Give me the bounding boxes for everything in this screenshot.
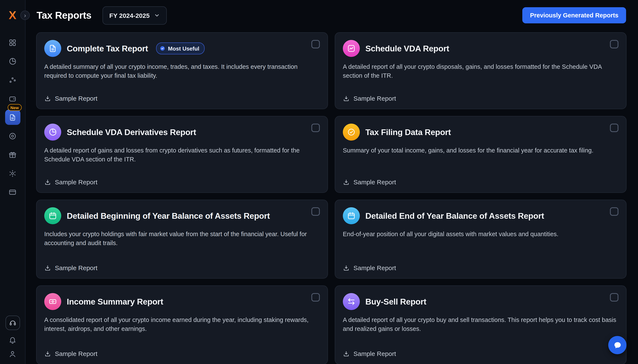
report-card: Tax Filing Data Report Summary of your t… [335, 116, 626, 193]
calendar-icon [49, 212, 57, 220]
swap-icon [347, 297, 356, 306]
pie-icon [44, 124, 61, 140]
report-card-title: Detailed End of Year Balance of Assets R… [365, 211, 544, 221]
report-card: Schedule VDA Derivatives Report A detail… [36, 116, 328, 193]
download-icon [44, 350, 51, 357]
sidebar-item-dashboard-grid[interactable] [5, 35, 20, 50]
wallet-icon [9, 94, 17, 102]
report-card: Complete Tax Report Most Useful A detail… [36, 32, 328, 109]
sidebar-item-billing-card[interactable] [5, 184, 20, 200]
sample-report-link[interactable]: Sample Report [44, 95, 97, 102]
sidebar-nav: New [5, 35, 20, 200]
download-icon [343, 350, 350, 357]
report-card-description: A detailed report of gains and losses fr… [44, 146, 320, 164]
chart-icon [347, 44, 356, 53]
billing-card-icon [9, 188, 17, 196]
stage: X › New Tax Reports FY 2024-2025 Previou… [0, 0, 638, 364]
bell-icon [9, 336, 17, 344]
sidebar-item-scatter[interactable] [5, 72, 20, 88]
report-checkbox[interactable] [610, 40, 618, 48]
support-headset-icon [9, 319, 16, 326]
topbar: Tax Reports FY 2024-2025 Previously Gene… [26, 0, 638, 30]
sample-report-link[interactable]: Sample Report [44, 178, 97, 186]
report-checkbox[interactable] [610, 207, 618, 216]
chat-button[interactable] [608, 336, 626, 354]
most-useful-badge: Most Useful [156, 42, 204, 54]
report-card-title: Buy-Sell Report [365, 297, 427, 306]
file-icon [44, 40, 61, 57]
report-card-description: A detailed summary of all your crypto in… [44, 62, 320, 80]
download-icon [343, 95, 350, 102]
disc-icon [9, 132, 17, 140]
report-card-description: A detailed report of all your crypto buy… [343, 316, 618, 334]
sample-report-link[interactable]: Sample Report [343, 350, 396, 357]
calendar-icon [347, 212, 356, 220]
check-icon [343, 124, 360, 140]
report-checkbox[interactable] [311, 207, 320, 216]
sidebar-item-settings-gear[interactable] [5, 166, 20, 181]
calendar-icon [44, 207, 61, 224]
user-button[interactable] [9, 350, 17, 358]
sidebar-item-pie-chart[interactable] [5, 54, 20, 69]
report-card-title: Schedule VDA Derivatives Report [67, 127, 196, 137]
report-card-description: A consolidated report of all your crypto… [44, 316, 320, 334]
download-icon [44, 264, 51, 271]
download-icon [44, 178, 51, 186]
bell-button[interactable] [9, 336, 17, 344]
gift-icon [9, 150, 17, 159]
verified-badge-icon [159, 46, 165, 52]
check-icon [347, 128, 356, 136]
report-card-title: Detailed Beginning of Year Balance of As… [67, 211, 270, 221]
sidebar-bottom [5, 316, 20, 358]
previously-generated-reports-button[interactable]: Previously Generated Reports [522, 7, 626, 23]
sidebar: X › New [0, 0, 26, 364]
report-checkbox[interactable] [610, 293, 618, 302]
sidebar-item-disc[interactable] [5, 128, 20, 144]
sidebar-expand-button[interactable]: › [21, 10, 30, 20]
fy-selector[interactable]: FY 2024-2025 [103, 6, 167, 24]
sidebar-item-tax-reports[interactable]: New [5, 110, 20, 125]
sample-report-link[interactable]: Sample Report [343, 95, 396, 102]
report-checkbox[interactable] [311, 124, 320, 132]
sample-report-link[interactable]: Sample Report [343, 178, 396, 186]
income-icon [49, 297, 57, 306]
support-headset-button[interactable] [5, 316, 20, 330]
report-card-title: Schedule VDA Report [365, 44, 449, 53]
settings-gear-icon [9, 169, 17, 177]
report-card-title: Tax Filing Data Report [365, 127, 451, 137]
new-badge: New [8, 104, 22, 111]
report-card-description: Includes your crypto holdings with fair … [44, 230, 320, 248]
chart-icon [343, 40, 360, 57]
report-checkbox[interactable] [311, 40, 320, 48]
report-card: Buy-Sell Report A detailed report of all… [335, 286, 626, 364]
user-icon [9, 350, 17, 358]
sample-report-link[interactable]: Sample Report [44, 350, 97, 357]
report-card-title: Complete Tax Report [67, 44, 148, 53]
app-root: X › New Tax Reports FY 2024-2025 Previou… [0, 0, 638, 364]
pie-chart-icon [9, 57, 17, 65]
report-cards-grid: Complete Tax Report Most Useful A detail… [26, 30, 638, 364]
download-icon [343, 178, 350, 186]
report-card-description: A detailed report of all your crypto dis… [343, 62, 618, 80]
scatter-icon [9, 76, 17, 84]
sample-report-link[interactable]: Sample Report [343, 264, 396, 272]
chevron-down-icon [154, 12, 160, 18]
sidebar-item-gift[interactable] [5, 147, 20, 162]
report-checkbox[interactable] [311, 293, 320, 302]
main-area: Tax Reports FY 2024-2025 Previously Gene… [26, 0, 638, 364]
download-icon [44, 95, 51, 102]
report-checkbox[interactable] [610, 124, 618, 132]
chat-bubble-icon [613, 340, 622, 350]
report-card: Schedule VDA Report A detailed report of… [335, 32, 626, 109]
report-card: Detailed Beginning of Year Balance of As… [36, 200, 328, 279]
sample-report-link[interactable]: Sample Report [44, 264, 97, 272]
page-title: Tax Reports [37, 10, 91, 21]
swap-icon [343, 293, 360, 310]
report-card-title: Income Summary Report [67, 297, 163, 306]
koinx-logo[interactable]: X [6, 8, 19, 22]
pie-icon [49, 128, 57, 136]
report-card: Detailed End of Year Balance of Assets R… [335, 200, 626, 279]
fy-selector-label: FY 2024-2025 [109, 12, 150, 19]
dashboard-grid-icon [9, 38, 17, 46]
report-card: Income Summary Report A consolidated rep… [36, 286, 328, 364]
